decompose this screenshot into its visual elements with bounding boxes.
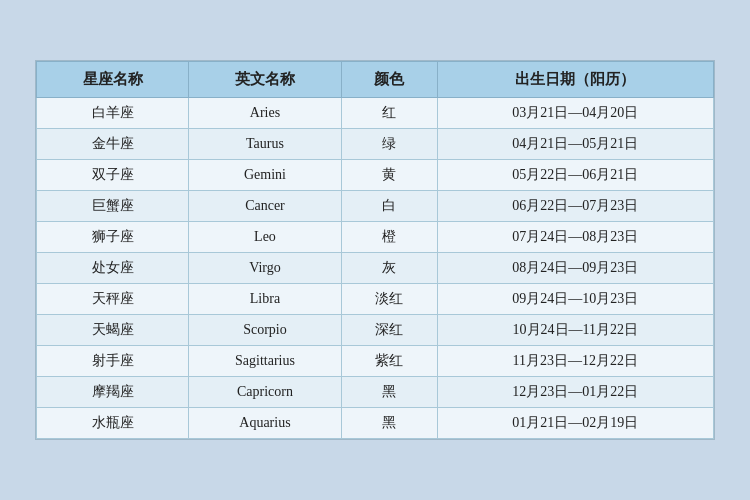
table-row: 双子座Gemini黄05月22日—06月21日 <box>37 160 714 191</box>
table-row: 天秤座Libra淡红09月24日—10月23日 <box>37 284 714 315</box>
cell-color: 紫红 <box>341 346 437 377</box>
cell-dates: 08月24日—09月23日 <box>437 253 713 284</box>
cell-color: 灰 <box>341 253 437 284</box>
cell-dates: 06月22日—07月23日 <box>437 191 713 222</box>
cell-dates: 03月21日—04月20日 <box>437 98 713 129</box>
table-row: 天蝎座Scorpio深红10月24日—11月22日 <box>37 315 714 346</box>
table-header-row: 星座名称 英文名称 颜色 出生日期（阳历） <box>37 62 714 98</box>
cell-color: 橙 <box>341 222 437 253</box>
table-row: 射手座Sagittarius紫红11月23日—12月22日 <box>37 346 714 377</box>
table-row: 巨蟹座Cancer白06月22日—07月23日 <box>37 191 714 222</box>
header-chinese-name: 星座名称 <box>37 62 189 98</box>
cell-chinese-name: 金牛座 <box>37 129 189 160</box>
cell-english-name: Cancer <box>189 191 341 222</box>
table-row: 水瓶座Aquarius黑01月21日—02月19日 <box>37 408 714 439</box>
cell-english-name: Aries <box>189 98 341 129</box>
table-row: 摩羯座Capricorn黑12月23日—01月22日 <box>37 377 714 408</box>
cell-chinese-name: 白羊座 <box>37 98 189 129</box>
cell-chinese-name: 天秤座 <box>37 284 189 315</box>
header-english-name: 英文名称 <box>189 62 341 98</box>
cell-chinese-name: 巨蟹座 <box>37 191 189 222</box>
cell-english-name: Aquarius <box>189 408 341 439</box>
cell-color: 淡红 <box>341 284 437 315</box>
header-dates: 出生日期（阳历） <box>437 62 713 98</box>
table-body: 白羊座Aries红03月21日—04月20日金牛座Taurus绿04月21日—0… <box>37 98 714 439</box>
header-color: 颜色 <box>341 62 437 98</box>
cell-chinese-name: 射手座 <box>37 346 189 377</box>
cell-color: 白 <box>341 191 437 222</box>
cell-english-name: Taurus <box>189 129 341 160</box>
table-row: 白羊座Aries红03月21日—04月20日 <box>37 98 714 129</box>
table-row: 金牛座Taurus绿04月21日—05月21日 <box>37 129 714 160</box>
cell-chinese-name: 处女座 <box>37 253 189 284</box>
cell-color: 黑 <box>341 408 437 439</box>
cell-english-name: Virgo <box>189 253 341 284</box>
cell-english-name: Scorpio <box>189 315 341 346</box>
cell-dates: 04月21日—05月21日 <box>437 129 713 160</box>
cell-chinese-name: 天蝎座 <box>37 315 189 346</box>
table-row: 狮子座Leo橙07月24日—08月23日 <box>37 222 714 253</box>
cell-chinese-name: 双子座 <box>37 160 189 191</box>
cell-english-name: Libra <box>189 284 341 315</box>
cell-chinese-name: 摩羯座 <box>37 377 189 408</box>
cell-english-name: Leo <box>189 222 341 253</box>
cell-english-name: Capricorn <box>189 377 341 408</box>
cell-english-name: Gemini <box>189 160 341 191</box>
cell-color: 绿 <box>341 129 437 160</box>
table-row: 处女座Virgo灰08月24日—09月23日 <box>37 253 714 284</box>
cell-chinese-name: 狮子座 <box>37 222 189 253</box>
zodiac-table: 星座名称 英文名称 颜色 出生日期（阳历） 白羊座Aries红03月21日—04… <box>36 61 714 439</box>
cell-color: 黑 <box>341 377 437 408</box>
cell-english-name: Sagittarius <box>189 346 341 377</box>
cell-dates: 12月23日—01月22日 <box>437 377 713 408</box>
cell-dates: 09月24日—10月23日 <box>437 284 713 315</box>
cell-dates: 05月22日—06月21日 <box>437 160 713 191</box>
cell-color: 红 <box>341 98 437 129</box>
cell-dates: 07月24日—08月23日 <box>437 222 713 253</box>
cell-dates: 10月24日—11月22日 <box>437 315 713 346</box>
cell-color: 黄 <box>341 160 437 191</box>
cell-chinese-name: 水瓶座 <box>37 408 189 439</box>
cell-dates: 11月23日—12月22日 <box>437 346 713 377</box>
zodiac-table-container: 星座名称 英文名称 颜色 出生日期（阳历） 白羊座Aries红03月21日—04… <box>35 60 715 440</box>
cell-color: 深红 <box>341 315 437 346</box>
cell-dates: 01月21日—02月19日 <box>437 408 713 439</box>
